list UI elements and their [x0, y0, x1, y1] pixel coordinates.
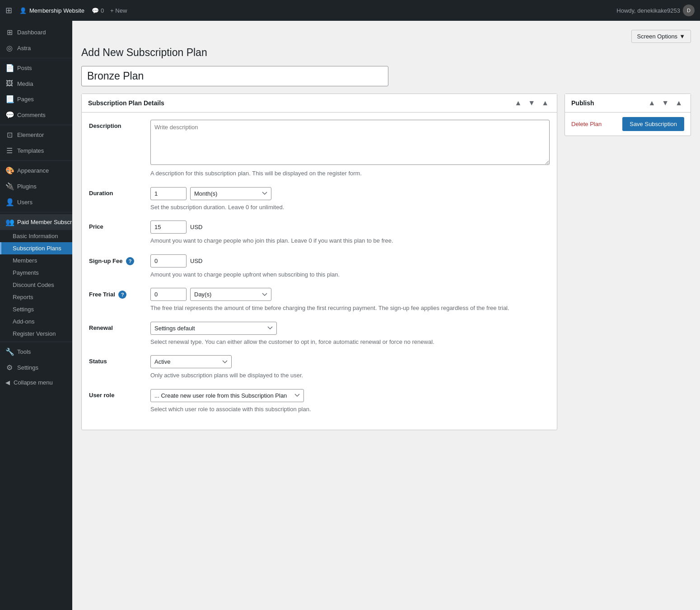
comments-link[interactable]: 💬 0 [92, 7, 104, 14]
free-trial-unit-select[interactable]: Day(s) Week(s) Month(s) [190, 288, 271, 301]
sidebar-item-appearance[interactable]: 🎨 Appearance [0, 163, 72, 178]
posts-icon: 📄 [5, 64, 14, 72]
sidebar: ⊞ Dashboard ◎ Astra 📄 Posts 🖼 Media 📃 Pa… [0, 21, 72, 610]
screen-options-button[interactable]: Screen Options ▼ [631, 30, 691, 43]
publish-actions: Delete Plan Save Subscription [565, 113, 691, 136]
publish-metabox-controls: ▲ ▼ ▲ [646, 99, 684, 108]
pages-icon: 📃 [5, 95, 14, 103]
main-content: Screen Options ▼ Add New Subscription Pl… [72, 21, 700, 610]
save-subscription-button[interactable]: Save Subscription [622, 117, 684, 131]
price-value-input[interactable] [150, 221, 187, 234]
signup-fee-help: Amount you want to charge people upfront… [150, 270, 550, 279]
metabox-header: Subscription Plan Details ▲ ▼ ▲ [82, 94, 557, 113]
free-trial-field: Day(s) Week(s) Month(s) The free trial r… [150, 288, 550, 313]
templates-icon: ☰ [5, 146, 14, 155]
sidebar-item-settings[interactable]: ⚙ Settings [0, 360, 72, 375]
sidebar-item-tools[interactable]: 🔧 Tools [0, 344, 72, 360]
price-row: Price USD Amount you want to charge peop… [89, 221, 550, 245]
collapse-menu-button[interactable]: ◀ Collapse menu [0, 375, 72, 389]
divider4 [0, 212, 72, 212]
divider5 [0, 342, 72, 342]
submenu-add-ons[interactable]: Add-ons [0, 315, 72, 328]
submenu-discount-codes[interactable]: Discount Codes [0, 279, 72, 291]
submenu-register-version[interactable]: Register Version [0, 328, 72, 340]
price-field: USD Amount you want to charge people who… [150, 221, 550, 245]
submenu-settings[interactable]: Settings [0, 303, 72, 315]
metabox-controls: ▲ ▼ ▲ [513, 99, 551, 108]
metabox-down-button[interactable]: ▼ [526, 99, 537, 108]
user-menu[interactable]: Howdy, denekikake9253 D [616, 5, 695, 16]
chevron-down-icon: ▼ [679, 33, 685, 40]
paid-member-icon: 👥 [5, 218, 14, 226]
paid-member-submenu: Basic Information Subscription Plans Mem… [0, 230, 72, 340]
duration-help: Set the subscription duration. Leave 0 f… [150, 203, 550, 212]
sidebar-item-plugins[interactable]: 🔌 Plugins [0, 178, 72, 194]
sidebar-item-comments[interactable]: 💬 Comments [0, 107, 72, 123]
free-trial-row: Free Trial ? Day(s) Week(s) Month(s) [89, 288, 550, 313]
publish-toggle-button[interactable]: ▲ [673, 99, 684, 108]
signup-fee-field: USD Amount you want to charge people upf… [150, 254, 550, 279]
duration-label: Duration [89, 187, 143, 197]
duration-field: Day(s) Week(s) Month(s) Year(s) Set the … [150, 187, 550, 212]
submenu-reports[interactable]: Reports [0, 291, 72, 303]
screen-options-bar: Screen Options ▼ [81, 30, 691, 43]
metabox-body: Description A description for this subsc… [82, 113, 557, 430]
free-trial-label: Free Trial ? [89, 288, 143, 299]
wp-logo-icon[interactable]: ⊞ [5, 5, 12, 15]
renewal-select[interactable]: Settings default Automatic renewal No re… [150, 322, 277, 335]
divider3 [0, 160, 72, 161]
signup-fee-currency: USD [190, 258, 202, 264]
status-select[interactable]: Active Inactive [150, 355, 232, 368]
delete-plan-link[interactable]: Delete Plan [571, 121, 602, 127]
plan-name-input[interactable] [81, 66, 388, 86]
signup-fee-label: Sign-up Fee ? [89, 254, 143, 265]
sidebar-item-paid-member[interactable]: 👥 Paid Member Subscriptions [0, 214, 72, 230]
new-link[interactable]: + New [110, 7, 127, 14]
publish-down-button[interactable]: ▼ [660, 99, 671, 108]
sidebar-item-elementor[interactable]: ⊡ Elementor [0, 127, 72, 143]
media-icon: 🖼 [5, 80, 14, 88]
sidebar-item-media[interactable]: 🖼 Media [0, 76, 72, 91]
sidebar-item-astra[interactable]: ◎ Astra [0, 40, 72, 56]
duration-unit-select[interactable]: Day(s) Week(s) Month(s) Year(s) [190, 187, 271, 200]
submenu-members[interactable]: Members [0, 254, 72, 267]
site-name[interactable]: 👤 Membership Website [19, 7, 84, 14]
submenu-subscription-plans[interactable]: Subscription Plans [0, 242, 72, 254]
subscription-details-metabox: Subscription Plan Details ▲ ▼ ▲ Descript… [81, 94, 557, 430]
sidebar-item-users[interactable]: 👤 Users [0, 194, 72, 210]
sidebar-item-templates[interactable]: ☰ Templates [0, 143, 72, 159]
elementor-icon: ⊡ [5, 131, 14, 139]
metabox-up-button[interactable]: ▲ [513, 99, 523, 108]
user-role-select[interactable]: ... Create new user role from this Subsc… [150, 389, 304, 402]
settings-icon: ⚙ [5, 363, 14, 372]
sidebar-item-pages[interactable]: 📃 Pages [0, 91, 72, 107]
metabox-toggle-button[interactable]: ▲ [540, 99, 551, 108]
signup-fee-value-input[interactable] [150, 254, 187, 267]
status-field: Active Inactive Only active subscription… [150, 355, 550, 380]
collapse-icon: ◀ [5, 379, 10, 386]
signup-fee-inputs: USD [150, 254, 550, 267]
user-role-help: Select which user role to associate with… [150, 405, 550, 414]
dashboard-icon: ⊞ [5, 28, 14, 37]
tools-icon: 🔧 [5, 347, 14, 356]
price-help: Amount you want to charge people who joi… [150, 236, 550, 245]
submenu-basic-info[interactable]: Basic Information [0, 230, 72, 242]
publish-up-button[interactable]: ▲ [646, 99, 657, 108]
user-role-field: ... Create new user role from this Subsc… [150, 389, 550, 414]
admin-bar: ⊞ 👤 Membership Website 💬 0 + New Howdy, … [0, 0, 700, 21]
free-trial-help-icon[interactable]: ? [118, 291, 126, 299]
avatar: D [683, 5, 695, 16]
free-trial-value-input[interactable] [150, 288, 187, 301]
site-icon: 👤 [19, 7, 27, 14]
duration-value-input[interactable] [150, 187, 187, 200]
description-textarea[interactable] [150, 120, 550, 165]
sidebar-item-dashboard[interactable]: ⊞ Dashboard [0, 24, 72, 40]
signup-fee-help-icon[interactable]: ? [126, 257, 134, 265]
user-role-label: User role [89, 389, 143, 399]
description-label: Description [89, 120, 143, 129]
submenu-payments[interactable]: Payments [0, 267, 72, 279]
publish-metabox: Publish ▲ ▼ ▲ Delete Plan Save Subscript… [565, 94, 691, 136]
free-trial-inputs: Day(s) Week(s) Month(s) [150, 288, 550, 301]
sidebar-item-posts[interactable]: 📄 Posts [0, 60, 72, 76]
users-icon: 👤 [5, 198, 14, 206]
